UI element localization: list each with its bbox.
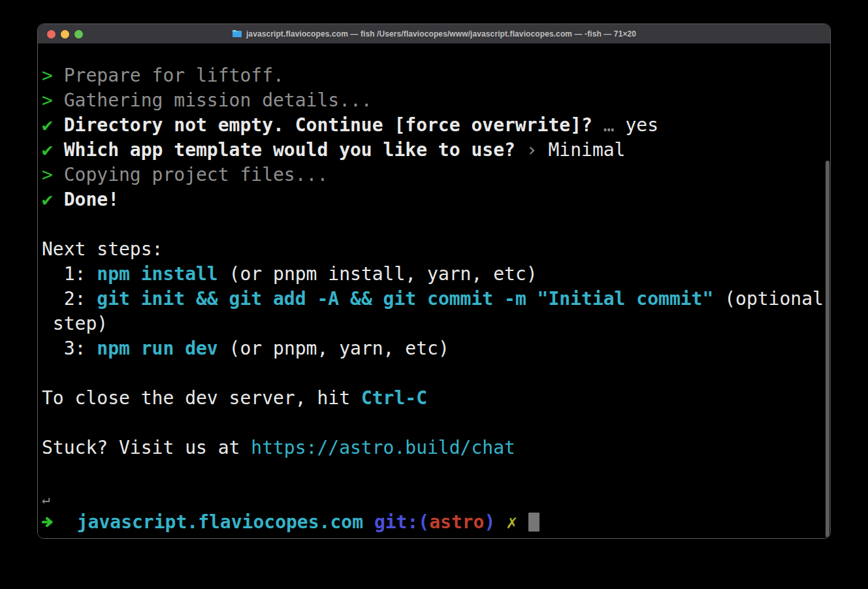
blank-line: [42, 460, 826, 485]
terminal-text: Copying project files...: [64, 164, 329, 185]
check-icon: ✔: [42, 189, 64, 210]
window-title-text: javascript.flaviocopes.com — fish /Users…: [246, 29, 636, 39]
terminal-text: yes: [625, 114, 658, 136]
terminal-text: npm run dev: [97, 338, 217, 359]
terminal-text: >: [42, 89, 64, 111]
return-icon: ↵: [42, 491, 50, 507]
terminal-text: Directory not empty. Continue [force ove…: [64, 114, 603, 136]
prompt-arrow-icon: [42, 510, 55, 535]
titlebar[interactable]: javascript.flaviocopes.com — fish /Users…: [38, 24, 830, 44]
status-line: ✔ Done!: [42, 187, 826, 212]
terminal-text: 2:: [42, 288, 97, 310]
traffic-lights: [47, 24, 83, 44]
scrollbar-thumb[interactable]: [826, 161, 829, 537]
blank-line: [42, 361, 826, 386]
blank-line: [42, 212, 826, 237]
git-branch: astro: [429, 511, 484, 533]
next-step-2-wrap: step): [42, 311, 826, 336]
folder-icon: [232, 29, 242, 38]
terminal-content[interactable]: > Prepare for liftoff.> Gathering missio…: [38, 44, 830, 538]
terminal-text: [517, 511, 528, 533]
terminal-text: 3:: [42, 338, 97, 359]
terminal-text: (or pnpm, yarn, etc): [218, 338, 449, 359]
answered-prompt-line: ✔ Which app template would you like to u…: [42, 138, 826, 163]
terminal-text: Done!: [64, 189, 119, 210]
check-icon: ✔: [42, 139, 64, 161]
close-server-hint: To close the dev server, hit Ctrl-C: [42, 386, 826, 411]
terminal-text: git init && git add -A && git commit -m …: [97, 288, 713, 310]
terminal-window: javascript.flaviocopes.com — fish /Users…: [37, 24, 831, 539]
terminal-text: Minimal: [548, 139, 625, 161]
git-dirty-icon: ✗: [506, 511, 517, 533]
terminal-text: npm install: [97, 263, 217, 285]
window-title: javascript.flaviocopes.com — fish /Users…: [232, 29, 636, 39]
status-line: > Prepare for liftoff.: [42, 63, 826, 88]
terminal-text: [55, 511, 77, 533]
answered-prompt-line: ✔ Directory not empty. Continue [force o…: [42, 113, 826, 138]
terminal-text: >: [42, 65, 64, 86]
close-button[interactable]: [47, 30, 56, 39]
next-step-1: 1: npm install (or pnpm install, yarn, e…: [42, 262, 826, 287]
terminal-text: Which app template would you like to use…: [64, 139, 526, 161]
terminal-text: Ctrl-C: [361, 387, 427, 409]
status-line: > Copying project files...: [42, 163, 826, 187]
minimize-button[interactable]: [61, 30, 69, 39]
terminal-text: ): [484, 511, 495, 533]
missing-newline-marker: ↵: [42, 485, 826, 510]
next-steps-heading: Next steps:: [42, 237, 826, 262]
status-line: > Gathering mission details...: [42, 88, 826, 113]
shell-prompt: javascript.flaviocopes.com git:(astro) ✗: [42, 510, 826, 535]
terminal-text: step): [42, 313, 108, 334]
terminal-text: To close the dev server, hit: [42, 387, 361, 409]
terminal-text: 1:: [42, 263, 97, 285]
terminal-text: [363, 511, 374, 533]
terminal-text: (optional: [713, 288, 824, 310]
terminal-text: ›: [526, 139, 549, 161]
terminal-text: (or pnpm install, yarn, etc): [218, 263, 538, 285]
next-step-3: 3: npm run dev (or pnpm, yarn, etc): [42, 336, 826, 361]
terminal-text: …: [603, 114, 626, 136]
terminal-text: Next steps:: [42, 238, 163, 260]
terminal-text: Stuck? Visit us at: [42, 437, 251, 458]
prompt-directory: javascript.flaviocopes.com: [77, 511, 363, 533]
zoom-button[interactable]: [74, 30, 83, 39]
terminal-text: >: [42, 164, 64, 185]
blank-line: [42, 411, 826, 436]
terminal-text: git:(: [374, 511, 429, 533]
terminal-text: https://astro.build/chat: [251, 437, 515, 458]
terminal-cursor[interactable]: [528, 513, 539, 532]
next-step-2: 2: git init && git add -A && git commit …: [42, 287, 826, 311]
terminal-text: Gathering mission details...: [64, 89, 372, 111]
terminal-text: [495, 511, 506, 533]
check-icon: ✔: [42, 114, 64, 136]
terminal-text: Prepare for liftoff.: [64, 65, 284, 86]
support-hint: Stuck? Visit us at https://astro.build/c…: [42, 436, 826, 460]
